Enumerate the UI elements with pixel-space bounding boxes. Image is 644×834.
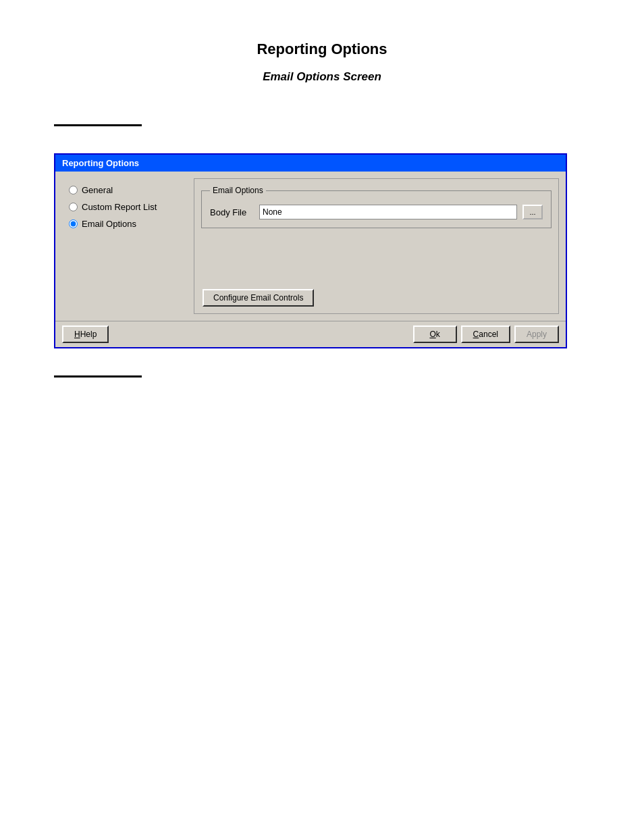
sidebar-item-email-options[interactable]: Email Options xyxy=(69,219,187,229)
dialog-titlebar: Reporting Options xyxy=(55,155,566,172)
help-label: HHelp xyxy=(74,330,97,339)
reporting-options-dialog: Reporting Options General Custom Report … xyxy=(54,153,567,348)
bottom-underline xyxy=(54,375,142,377)
ok-label: Ok xyxy=(429,330,439,339)
top-underline xyxy=(54,124,142,126)
dialog-body: General Custom Report List Email Options… xyxy=(55,172,566,321)
apply-button[interactable]: Apply xyxy=(514,325,559,343)
radio-email-options[interactable] xyxy=(69,219,78,228)
browse-button[interactable]: ... xyxy=(522,205,543,219)
sidebar-item-custom-report-list[interactable]: Custom Report List xyxy=(69,202,187,212)
body-file-input[interactable] xyxy=(259,205,517,219)
page-title: Reporting Options xyxy=(54,41,590,58)
cancel-label: Cancel xyxy=(473,330,498,339)
body-file-label: Body File xyxy=(210,207,254,217)
radio-custom-report-list[interactable] xyxy=(69,203,78,211)
dialog-footer: HHelp Ok Cancel Apply xyxy=(55,321,566,347)
help-button[interactable]: HHelp xyxy=(62,325,109,343)
page-subtitle: Email Options Screen xyxy=(54,70,590,84)
sidebar-label-email-options: Email Options xyxy=(82,219,136,229)
configure-email-controls-button[interactable]: Configure Email Controls xyxy=(203,289,314,307)
sidebar-label-general: General xyxy=(82,185,113,195)
dialog-wrapper: Reporting Options General Custom Report … xyxy=(54,153,590,348)
sidebar-label-custom-report-list: Custom Report List xyxy=(82,202,157,212)
sidebar-item-general[interactable]: General xyxy=(69,185,187,195)
cancel-button[interactable]: Cancel xyxy=(461,325,510,343)
dialog-sidebar: General Custom Report List Email Options xyxy=(62,178,194,314)
dialog-main-content: Email Options Body File ... Configure Em… xyxy=(194,178,559,314)
email-options-group-legend: Email Options xyxy=(210,186,266,195)
body-file-row: Body File ... xyxy=(210,205,543,219)
radio-general[interactable] xyxy=(69,186,78,194)
email-options-group: Email Options Body File ... xyxy=(201,186,552,228)
apply-label: Apply xyxy=(527,330,547,339)
ok-button[interactable]: Ok xyxy=(413,325,457,343)
configure-area: Configure Email Controls xyxy=(194,235,558,313)
